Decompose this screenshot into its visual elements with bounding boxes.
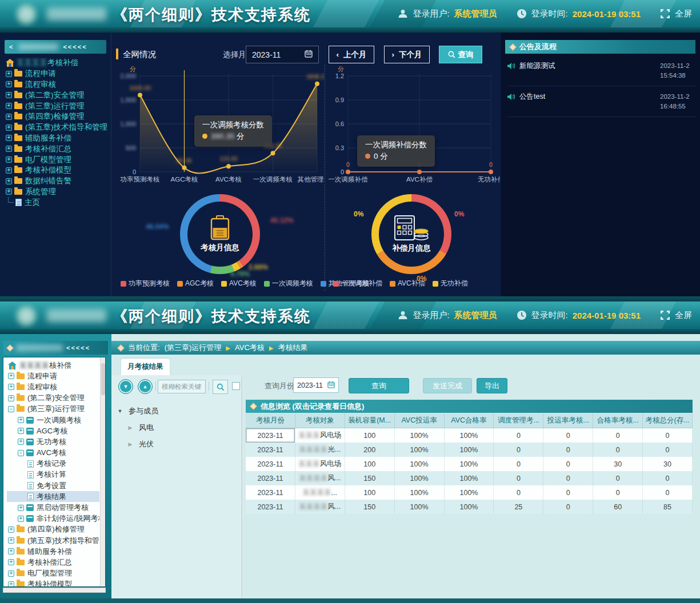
sidebar-item-node[interactable]: 考核结果 bbox=[7, 491, 99, 502]
column-header[interactable]: 合格率考核... bbox=[593, 413, 643, 428]
table-row[interactable]: 2023-11某某某某风...150100%100%2506085 bbox=[246, 500, 693, 514]
cell-target[interactable]: 某某某某风... bbox=[295, 500, 345, 514]
cell-value[interactable]: 100 bbox=[345, 457, 395, 471]
collapse-icon[interactable]: - bbox=[18, 450, 24, 456]
cell-target[interactable]: 某某某某... bbox=[295, 485, 345, 500]
expand-icon[interactable]: + bbox=[8, 570, 14, 577]
member-tree-item[interactable]: ▶光伏 bbox=[117, 436, 238, 452]
triangle-down-icon[interactable]: ▼ bbox=[117, 408, 123, 414]
sidebar-item-node[interactable]: +(第二章)安全管理 bbox=[7, 393, 99, 404]
collapse-all-button[interactable]: ▲ bbox=[138, 379, 153, 394]
announcement-item[interactable]: 公告test2023-11-216:48:55 bbox=[507, 86, 697, 117]
sidebar-item[interactable]: +电厂模型管理 bbox=[6, 154, 110, 165]
sidebar-item-node[interactable]: +考核补偿模型 bbox=[7, 579, 99, 587]
export-button[interactable]: 导出 bbox=[477, 378, 507, 393]
sidebar-item[interactable]: +考核补偿模型 bbox=[6, 165, 110, 176]
cell-value[interactable]: 0 bbox=[494, 485, 543, 500]
legend-item[interactable]: 一次调频补偿 bbox=[333, 279, 382, 288]
sidebar-item-node[interactable]: +流程审核 bbox=[7, 381, 99, 392]
triangle-right-icon[interactable]: ▶ bbox=[127, 441, 133, 447]
expand-icon[interactable]: + bbox=[8, 581, 14, 587]
cell-value[interactable]: 0 bbox=[543, 457, 593, 471]
cell-value[interactable]: 100% bbox=[395, 485, 445, 500]
expand-icon[interactable]: + bbox=[18, 417, 24, 423]
expand-icon[interactable]: + bbox=[6, 146, 12, 152]
expand-icon[interactable]: + bbox=[6, 103, 12, 109]
cell-value[interactable]: 100% bbox=[395, 471, 445, 485]
column-header[interactable]: AVC合格率 bbox=[445, 413, 494, 428]
sidebar-item[interactable]: +流程审核 bbox=[6, 79, 110, 90]
sidebar-item-node[interactable]: 考核记录 bbox=[7, 459, 99, 469]
send-complete-button[interactable]: 发送完成 bbox=[423, 378, 472, 393]
expand-icon[interactable]: + bbox=[6, 81, 12, 87]
cell-value[interactable]: 0 bbox=[494, 428, 543, 443]
legend-item[interactable]: 功率预测考核 bbox=[121, 279, 170, 288]
vertical-scrollbar[interactable] bbox=[100, 357, 105, 586]
cell-value[interactable]: 0 bbox=[543, 428, 593, 443]
cell-value[interactable]: 100% bbox=[395, 500, 445, 514]
expand-icon[interactable]: + bbox=[18, 428, 24, 434]
sidebar-item-node[interactable]: +无功考核 bbox=[7, 436, 99, 447]
sidebar-item[interactable]: +(第二章)安全管理 bbox=[6, 90, 110, 100]
collapse-arrows[interactable]: <<<<< bbox=[63, 43, 87, 50]
expand-icon[interactable]: + bbox=[6, 167, 12, 174]
cell-value[interactable]: 0 bbox=[543, 443, 593, 457]
cell-value[interactable]: 0 bbox=[643, 428, 693, 443]
cell-value[interactable]: 100% bbox=[445, 457, 494, 471]
collapse-icon[interactable]: - bbox=[8, 406, 14, 412]
cell-value[interactable]: 100% bbox=[445, 428, 494, 443]
sidebar-item-root[interactable]: 某某某某核补偿 bbox=[7, 360, 99, 371]
member-tree-item[interactable]: ▶风电 bbox=[117, 419, 238, 436]
expand-icon[interactable]: + bbox=[8, 537, 14, 544]
sidebar-item-node[interactable]: -AVC考核 bbox=[7, 448, 99, 459]
column-header[interactable]: 考核月份 bbox=[246, 413, 295, 428]
cell-value[interactable]: 0 bbox=[643, 443, 693, 457]
cell-value[interactable]: 0 bbox=[593, 471, 643, 485]
calendar-icon[interactable] bbox=[327, 381, 335, 390]
cell-target[interactable]: 某某某风电场 bbox=[295, 457, 345, 471]
expand-icon[interactable]: + bbox=[18, 439, 24, 445]
cell-month[interactable]: 2023-11 bbox=[246, 457, 295, 471]
expand-icon[interactable]: + bbox=[8, 548, 14, 554]
sidebar-item-node[interactable]: 免考设置 bbox=[7, 480, 99, 491]
sidebar-item-node[interactable]: +一次调频考核 bbox=[7, 415, 99, 425]
cell-target[interactable]: 某某某某光... bbox=[295, 443, 345, 457]
cell-value[interactable]: 0 bbox=[543, 500, 593, 514]
cell-value[interactable]: 150 bbox=[345, 500, 395, 514]
fullscreen-icon[interactable] bbox=[660, 9, 670, 19]
announcement-item[interactable]: 新能源测试2023-11-215:54:38 bbox=[507, 55, 697, 86]
column-header[interactable]: 投运率考核... bbox=[543, 413, 593, 428]
sidebar-item[interactable]: +流程申请 bbox=[6, 69, 110, 79]
sidebar-item-node[interactable]: +非计划停运/脱网考核 bbox=[7, 513, 99, 524]
table-row[interactable]: 2023-11某某某风电场100100%100%003030 bbox=[246, 457, 693, 471]
cell-value[interactable]: 0 bbox=[494, 471, 543, 485]
cell-value[interactable]: 60 bbox=[593, 500, 643, 514]
cell-value[interactable]: 0 bbox=[494, 443, 543, 457]
cell-month[interactable]: 2023-11 bbox=[246, 443, 295, 457]
next-month-button[interactable]: ›下个月 bbox=[384, 46, 430, 63]
cell-target[interactable]: 某某某风电场 bbox=[295, 428, 345, 443]
table-row[interactable]: 2023-11某某某某光...200100%100%0000 bbox=[246, 443, 693, 457]
legend-item[interactable]: 无功补偿 bbox=[433, 279, 468, 288]
query-button[interactable]: 查询 bbox=[439, 46, 482, 63]
horizontal-scrollbar[interactable] bbox=[3, 588, 106, 593]
cell-value[interactable]: 0 bbox=[593, 428, 643, 443]
expand-icon[interactable]: + bbox=[6, 114, 12, 120]
expand-icon[interactable]: + bbox=[6, 71, 12, 77]
cell-value[interactable]: 0 bbox=[494, 457, 543, 471]
fullscreen-label[interactable]: 全屏 bbox=[675, 9, 692, 19]
fuzzy-search-input[interactable] bbox=[158, 380, 206, 393]
legend-item[interactable]: AGC考核 bbox=[177, 279, 214, 288]
column-header[interactable]: 调度管理考... bbox=[494, 413, 543, 428]
expand-icon[interactable]: + bbox=[8, 384, 14, 390]
cell-value[interactable]: 100% bbox=[445, 500, 494, 514]
cell-target[interactable]: 某某某某风... bbox=[295, 471, 345, 485]
expand-icon[interactable]: + bbox=[6, 135, 12, 141]
sidebar-item-home[interactable]: 主页 bbox=[6, 197, 110, 208]
table-row[interactable]: 2023-11某某某某风...150100%100%0000 bbox=[246, 471, 693, 485]
cell-month[interactable]: 2023-11 bbox=[246, 428, 295, 443]
expand-icon[interactable]: + bbox=[18, 505, 24, 511]
expand-icon[interactable]: + bbox=[8, 395, 14, 401]
cell-value[interactable]: 100% bbox=[445, 485, 494, 500]
column-header[interactable]: AVC投运率 bbox=[395, 413, 445, 428]
